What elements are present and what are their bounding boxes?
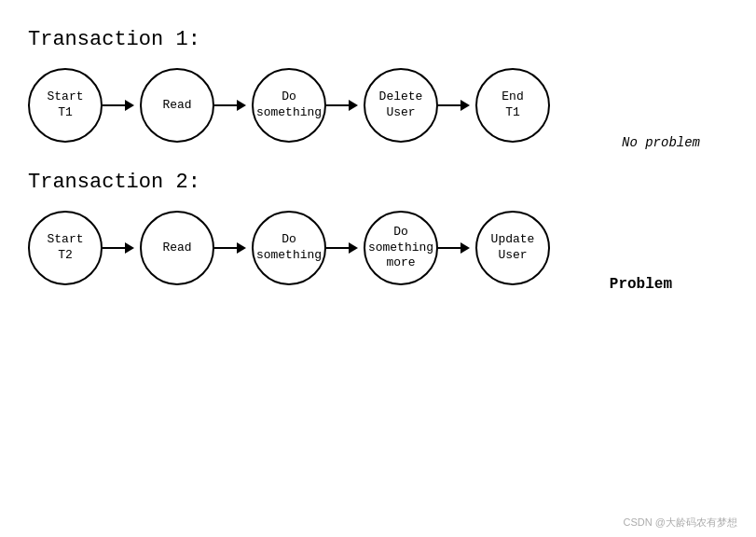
page: Transaction 1: StartT1 Read Dosomething … bbox=[0, 0, 756, 537]
t1-node-end: EndT1 bbox=[475, 68, 550, 143]
transaction1-status: No problem bbox=[622, 135, 700, 150]
t2-node-do: Dosomething bbox=[252, 211, 326, 285]
t1-node-delete: DeleteUser bbox=[364, 68, 438, 143]
transaction1-diagram: StartT1 Read Dosomething DeleteUser EndT… bbox=[28, 68, 728, 143]
transaction2-diagram: StartT2 Read Dosomething Dosomethingmore… bbox=[28, 211, 728, 285]
transaction1-diagram-wrapper: StartT1 Read Dosomething DeleteUser EndT… bbox=[28, 68, 728, 143]
transaction2-title: Transaction 2: bbox=[28, 171, 728, 194]
transaction2-status: Problem bbox=[610, 276, 672, 293]
t1-node-read: Read bbox=[140, 68, 214, 143]
watermark: CSDN @大龄码农有梦想 bbox=[624, 516, 737, 530]
t2-node-read: Read bbox=[140, 211, 214, 285]
t1-node-do: Dosomething bbox=[252, 68, 326, 143]
t1-node-start: StartT1 bbox=[28, 68, 103, 143]
transaction2-diagram-wrapper: StartT2 Read Dosomething Dosomethingmore… bbox=[28, 211, 728, 285]
t2-node-update: UpdateUser bbox=[475, 211, 550, 285]
transaction2-section: Transaction 2: StartT2 Read Dosomething … bbox=[28, 171, 728, 285]
t2-node-start: StartT2 bbox=[28, 211, 103, 285]
transaction1-title: Transaction 1: bbox=[28, 28, 728, 51]
transaction1-section: Transaction 1: StartT1 Read Dosomething … bbox=[28, 28, 728, 143]
t2-node-do-more: Dosomethingmore bbox=[364, 211, 438, 285]
